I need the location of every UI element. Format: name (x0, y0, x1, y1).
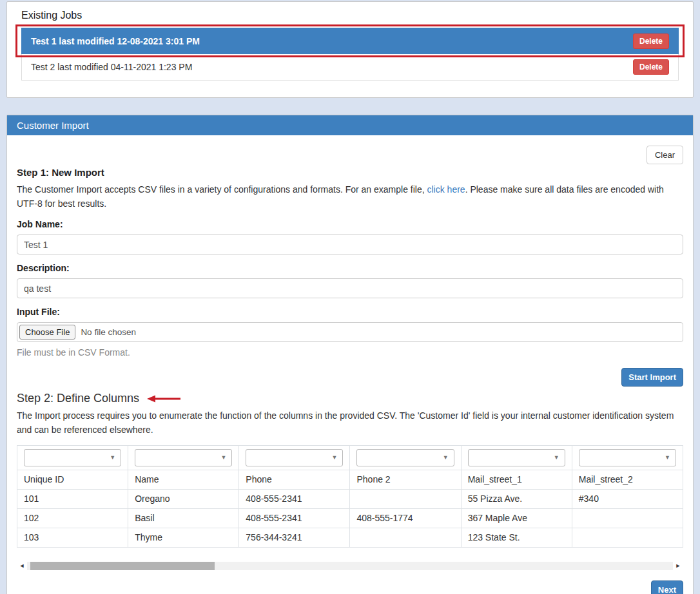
clear-row: Clear (17, 146, 683, 164)
scrollbar-thumb[interactable] (30, 562, 215, 570)
column-header: Name (128, 470, 239, 489)
next-row: Next (17, 580, 683, 594)
column-mapping-select[interactable]: ▼ (24, 449, 121, 466)
input-file-label: Input File: (17, 307, 683, 317)
step2-description: The Import process requires you to enume… (17, 409, 683, 437)
job-label: Test 1 last modified 12-08-2021 3:01 PM (31, 36, 200, 46)
existing-jobs-title: Existing Jobs (21, 10, 679, 21)
file-input[interactable]: Choose File No file chosen (17, 322, 683, 342)
table-row: 102 Basil 408-555-2341 408-555-1774 367 … (17, 508, 683, 528)
choose-file-button[interactable]: Choose File (19, 325, 75, 340)
table-row: 101 Oregano 408-555-2341 55 Pizza Ave. #… (17, 489, 683, 508)
table-cell (350, 528, 461, 547)
clear-button[interactable]: Clear (647, 146, 683, 164)
customer-import-panel: Customer Import Clear Step 1: New Import… (6, 115, 694, 594)
job-name-label: Job Name: (17, 219, 683, 229)
file-format-note: File must be in CSV Format. (17, 347, 683, 358)
page: Existing Jobs Test 1 last modified 12-08… (0, 0, 700, 594)
table-cell: 55 Pizza Ave. (461, 489, 572, 508)
start-import-button[interactable]: Start Import (621, 368, 683, 387)
no-file-chosen-text: No file chosen (81, 327, 136, 337)
table-cell: Thyme (128, 528, 239, 547)
table-cell: Basil (128, 508, 239, 528)
table-cell: 367 Maple Ave (461, 508, 572, 528)
column-mapping-row: ▼ ▼ ▼ ▼ ▼ ▼ (17, 445, 683, 470)
chevron-down-icon: ▼ (220, 455, 226, 461)
table-header-row: Unique ID Name Phone Phone 2 Mail_street… (17, 470, 683, 489)
csv-preview-table: ▼ ▼ ▼ ▼ ▼ ▼ Unique ID Name Phone Phone 2… (17, 445, 683, 548)
job-label: Test 2 last modified 04-11-2021 1:23 PM (31, 62, 192, 72)
chevron-down-icon: ▼ (554, 455, 559, 461)
horizontal-scrollbar[interactable]: ◄ ► (17, 560, 683, 571)
column-header: Phone (239, 470, 350, 489)
column-header: Mail_street_1 (461, 470, 572, 489)
scroll-right-icon[interactable]: ► (673, 560, 683, 571)
description-label: Description: (17, 263, 683, 273)
column-header: Phone 2 (350, 470, 461, 489)
column-mapping-select[interactable]: ▼ (135, 449, 232, 466)
column-mapping-select[interactable]: ▼ (579, 449, 676, 466)
jobs-list: Test 1 last modified 12-08-2021 3:01 PM … (21, 28, 679, 81)
panel-title: Customer Import (7, 115, 693, 135)
description-input[interactable] (17, 278, 683, 298)
column-mapping-select[interactable]: ▼ (468, 449, 565, 466)
step1-description: The Customer Import accepts CSV files in… (17, 183, 683, 211)
table-cell: 101 (17, 489, 128, 508)
column-header: Unique ID (17, 470, 128, 489)
chevron-down-icon: ▼ (332, 455, 338, 461)
delete-job-button[interactable]: Delete (633, 34, 669, 49)
start-import-row: Start Import (17, 368, 683, 387)
chevron-down-icon: ▼ (443, 455, 449, 461)
job-name-input[interactable] (17, 235, 683, 254)
table-cell (572, 528, 683, 547)
table-cell (350, 489, 461, 508)
delete-job-button[interactable]: Delete (633, 59, 669, 75)
next-button[interactable]: Next (651, 580, 683, 594)
table-cell (572, 508, 683, 528)
table-cell: Oregano (128, 489, 239, 508)
annotation-arrow-icon (147, 394, 180, 403)
table-cell: 408-555-2341 (239, 508, 350, 528)
step2-heading-row: Step 2: Define Columns (17, 392, 683, 405)
table-cell: 123 State St. (461, 528, 572, 547)
table-cell: 756-344-3241 (239, 528, 350, 547)
chevron-down-icon: ▼ (110, 455, 115, 461)
column-header: Mail_street_2 (572, 470, 683, 489)
example-file-link[interactable]: click here (427, 184, 465, 195)
table-cell: 408-555-1774 (350, 508, 461, 528)
job-row-test2[interactable]: Test 2 last modified 04-11-2021 1:23 PM … (21, 54, 679, 81)
table-cell: #340 (572, 489, 683, 508)
scroll-left-icon[interactable]: ◄ (17, 560, 27, 571)
job-row-test1[interactable]: Test 1 last modified 12-08-2021 3:01 PM … (21, 28, 679, 54)
existing-jobs-panel: Existing Jobs Test 1 last modified 12-08… (6, 1, 694, 98)
scrollbar-track[interactable] (27, 562, 673, 570)
panel-body: Clear Step 1: New Import The Customer Im… (7, 135, 693, 594)
chevron-down-icon: ▼ (665, 455, 670, 461)
table-cell: 102 (17, 508, 128, 528)
column-mapping-select[interactable]: ▼ (246, 449, 343, 466)
table-cell: 408-555-2341 (239, 489, 350, 508)
step2-title: Step 2: Define Columns (17, 392, 139, 405)
step1-description-text: The Customer Import accepts CSV files in… (17, 184, 427, 195)
column-mapping-select[interactable]: ▼ (356, 449, 454, 466)
table-cell: 103 (17, 528, 128, 547)
table-row: 103 Thyme 756-344-3241 123 State St. (17, 528, 683, 547)
step1-title: Step 1: New Import (17, 167, 683, 178)
csv-preview-table-wrap: ▼ ▼ ▼ ▼ ▼ ▼ Unique ID Name Phone Phone 2… (17, 445, 683, 548)
